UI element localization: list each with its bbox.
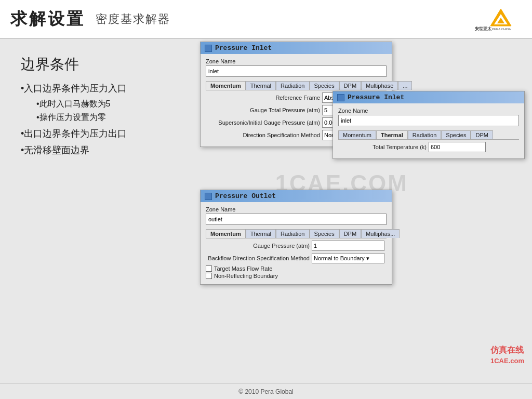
- gauge-total-label: Gauge Total Pressure (atm): [206, 107, 320, 113]
- pressure-inlet-dialog-2: Pressure Inlet Zone Name Momentum Therma…: [332, 91, 525, 159]
- field-gauge-pressure: Gauge Pressure (atm): [206, 241, 387, 251]
- tab-dpm-2[interactable]: DPM: [471, 130, 493, 139]
- checkbox-target-mass-box[interactable]: [206, 265, 212, 272]
- tab-momentum-1[interactable]: Momentum: [206, 81, 246, 90]
- sub-bullet-1: •此时入口马赫数为5: [36, 99, 182, 110]
- page-subtitle: 密度基求解器: [96, 11, 170, 27]
- dialog-1-titlebar: Pressure Inlet: [201, 42, 392, 54]
- sub-bullet-2: •操作压力设置为零: [36, 112, 182, 123]
- tabs-row-1: Momentum Thermal Radiation Species DPM M…: [206, 81, 387, 90]
- page-title: 求解设置: [10, 8, 85, 31]
- zone-name-label-outlet: Zone Name: [206, 206, 387, 212]
- dialog-1-icon: [205, 45, 212, 52]
- tab-momentum-outlet[interactable]: Momentum: [206, 229, 246, 238]
- footer-copyright: © 2010 Pera Global: [238, 388, 294, 395]
- checkbox-non-reflecting: Non-Reflecting Boundary: [206, 273, 387, 279]
- backflow-label: Backflow Direction Specification Method: [206, 255, 310, 261]
- tab-thermal-outlet[interactable]: Thermal: [246, 229, 276, 238]
- bullet-2: •出口边界条件为压力出口: [21, 127, 182, 140]
- tab-multiphase-1[interactable]: Multiphase: [361, 81, 398, 90]
- supersonic-label: Supersonic/Initial Gauge Pressure (atm): [206, 119, 320, 126]
- tab-thermal-1[interactable]: Thermal: [246, 81, 276, 90]
- checkbox-non-reflecting-box[interactable]: [206, 273, 212, 279]
- dialog-2-icon: [337, 94, 344, 101]
- dialog-outlet-titlebar: Pressure Outlet: [201, 190, 392, 202]
- field-total-temp: Total Temperature (k): [338, 142, 519, 152]
- checkbox-target-mass: Target Mass Flow Rate: [206, 265, 387, 272]
- ref-frame-label: Reference Frame: [206, 95, 320, 101]
- dialog-outlet-title: Pressure Outlet: [215, 192, 276, 200]
- tab-radiation-outlet[interactable]: Radiation: [276, 229, 309, 238]
- tabs-row-outlet: Momentum Thermal Radiation Species DPM M…: [206, 229, 387, 238]
- tab-dpm-1[interactable]: DPM: [339, 81, 361, 90]
- brand-watermark: 仿真在线 1CAE.com: [490, 345, 524, 365]
- main-content: 边界条件 •入口边界条件为压力入口 •此时入口马赫数为5 •操作压力设置为零 •…: [0, 39, 532, 383]
- dialog-2-titlebar: Pressure Inlet: [333, 91, 524, 103]
- gauge-pressure-label: Gauge Pressure (atm): [206, 243, 310, 249]
- dialog-outlet-body: Zone Name Momentum Thermal Radiation Spe…: [201, 202, 392, 284]
- tab-species-1[interactable]: Species: [310, 81, 339, 90]
- backflow-input[interactable]: Normal to Boundary ▾: [312, 253, 384, 263]
- dialog-2-body: Zone Name Momentum Thermal Radiation Spe…: [333, 103, 524, 158]
- brand-text-2: 1CAE.com: [490, 357, 524, 365]
- brand-text-1: 仿真在线: [490, 345, 524, 354]
- footer: © 2010 Pera Global: [0, 383, 532, 399]
- dialog-2-title: Pressure Inlet: [348, 94, 404, 101]
- tab-species-outlet[interactable]: Species: [310, 229, 339, 238]
- zone-name-label-2: Zone Name: [338, 108, 519, 114]
- field-backflow: Backflow Direction Specification Method …: [206, 253, 387, 263]
- svg-text:PERA CHINA: PERA CHINA: [492, 28, 511, 31]
- tab-dpm-outlet[interactable]: DPM: [339, 229, 361, 238]
- gauge-pressure-input[interactable]: [312, 241, 384, 251]
- dialog-1-title: Pressure Inlet: [215, 44, 272, 52]
- tab-multiphase-outlet[interactable]: Multiphas...: [361, 229, 400, 238]
- left-panel: 边界条件 •入口边界条件为压力入口 •此时入口马赫数为5 •操作压力设置为零 •…: [0, 39, 192, 383]
- logo: 安世亚太 PERA CHINA: [470, 5, 522, 33]
- zone-name-input-2[interactable]: [338, 115, 519, 126]
- tab-thermal-2[interactable]: Thermal: [376, 130, 408, 139]
- zone-name-label-1: Zone Name: [206, 58, 387, 64]
- right-panel: 1CAE.COM Pressure Inlet Zone Name Moment…: [192, 39, 532, 383]
- header: 求解设置 密度基求解器 安世亚太 PERA CHINA: [0, 0, 532, 39]
- tab-momentum-2[interactable]: Momentum: [338, 130, 376, 139]
- checkbox-target-mass-label: Target Mass Flow Rate: [214, 265, 272, 272]
- svg-text:安世亚太: 安世亚太: [474, 26, 492, 31]
- bullet-3: •无滑移壁面边界: [21, 144, 182, 156]
- total-temp-input[interactable]: [429, 142, 486, 152]
- dir-spec-label: Direction Specification Method: [206, 132, 320, 138]
- tab-species-2[interactable]: Species: [441, 130, 471, 139]
- zone-name-input-1[interactable]: [206, 65, 387, 77]
- tab-more-1[interactable]: ...: [398, 81, 412, 90]
- tabs-row-2: Momentum Thermal Radiation Species DPM: [338, 130, 519, 140]
- tab-radiation-2[interactable]: Radiation: [408, 130, 441, 139]
- zone-name-input-outlet[interactable]: [206, 214, 387, 225]
- total-temp-label: Total Temperature (k): [338, 144, 427, 150]
- dialog-outlet-icon: [205, 193, 212, 200]
- tab-radiation-1[interactable]: Radiation: [276, 81, 309, 90]
- section-title: 边界条件: [21, 55, 182, 74]
- bullet-1: •入口边界条件为压力入口: [21, 82, 182, 95]
- checkbox-non-reflecting-label: Non-Reflecting Boundary: [214, 273, 278, 279]
- pressure-outlet-dialog: Pressure Outlet Zone Name Momentum Therm…: [200, 190, 392, 285]
